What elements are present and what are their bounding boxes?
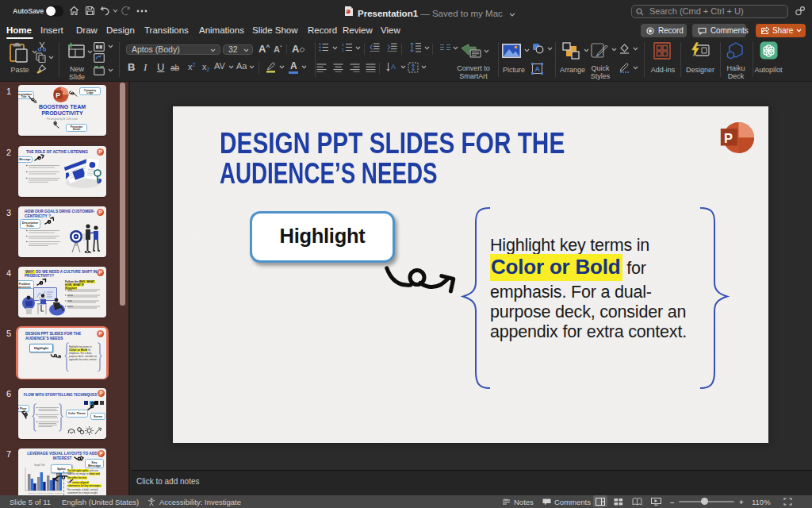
svg-text:Category 1: Category 1 (28, 492, 36, 494)
svg-text:A: A (535, 65, 541, 73)
svg-text:P: P (56, 91, 60, 99)
svg-text:2: 2 (342, 48, 344, 52)
svg-text:Category 2: Category 2 (37, 492, 46, 494)
svg-text:Category 4: Category 4 (56, 492, 63, 494)
svg-text:A: A (391, 63, 396, 71)
svg-text:Category 3: Category 3 (47, 492, 56, 494)
svg-text:1: 1 (342, 43, 344, 47)
